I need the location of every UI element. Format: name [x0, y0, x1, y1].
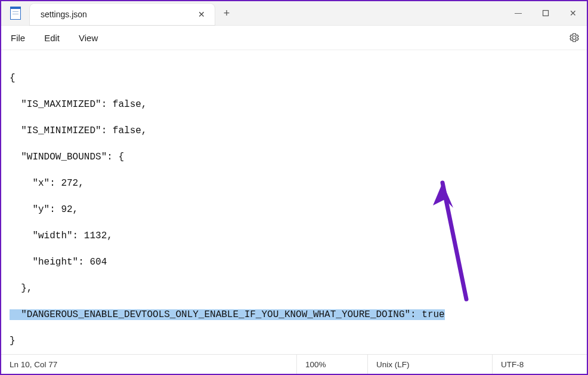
app-icon [1, 1, 30, 25]
code-line: "WINDOW_BOUNDS": { [10, 150, 578, 164]
menu-edit[interactable]: Edit [43, 30, 61, 45]
selected-text: "DANGEROUS_ENABLE_DEVTOOLS_ONLY_ENABLE_I… [10, 309, 445, 320]
menu-view[interactable]: View [78, 30, 99, 45]
code-line-highlighted: "DANGEROUS_ENABLE_DEVTOOLS_ONLY_ENABLE_I… [10, 308, 578, 321]
menubar: File Edit View [1, 26, 587, 50]
editor-area[interactable]: { "IS_MAXIMIZED": false, "IS_MINIMIZED":… [1, 50, 587, 354]
menu-file[interactable]: File [10, 30, 26, 45]
statusbar: Ln 10, Col 77 100% Unix (LF) UTF-8 [1, 354, 587, 374]
code-line: "y": 92, [10, 203, 578, 216]
maximize-icon [542, 10, 549, 17]
gear-icon [569, 32, 580, 43]
code-line: "IS_MAXIMIZED": false, [10, 98, 578, 111]
code-line: "x": 272, [10, 177, 578, 190]
titlebar: settings.json ✕ + — ✕ [1, 1, 587, 26]
tab-title: settings.json [41, 10, 87, 19]
svg-rect-0 [543, 11, 549, 16]
code-line: }, [10, 282, 578, 295]
status-position[interactable]: Ln 10, Col 77 [1, 355, 83, 374]
code-line: "height": 604 [10, 256, 578, 269]
status-encoding[interactable]: UTF-8 [492, 355, 587, 374]
app-window: settings.json ✕ + — ✕ File Edit View { "… [0, 0, 588, 375]
window-controls: — ✕ [505, 1, 587, 25]
code-line: "width": 1132, [10, 229, 578, 242]
code-line: { [10, 72, 578, 85]
new-tab-button[interactable]: + [215, 1, 239, 25]
file-tab[interactable]: settings.json ✕ [30, 4, 215, 25]
status-zoom[interactable]: 100% [296, 355, 367, 374]
window-close-button[interactable]: ✕ [559, 1, 587, 25]
code-line: "IS_MINIMIZED": false, [10, 124, 578, 137]
maximize-button[interactable] [532, 1, 559, 25]
tab-close-button[interactable]: ✕ [196, 8, 208, 20]
status-eol[interactable]: Unix (LF) [367, 355, 492, 374]
minimize-button[interactable]: — [505, 1, 532, 25]
code-line: } [10, 334, 578, 348]
settings-button[interactable] [569, 32, 580, 43]
notepad-icon [10, 7, 21, 20]
